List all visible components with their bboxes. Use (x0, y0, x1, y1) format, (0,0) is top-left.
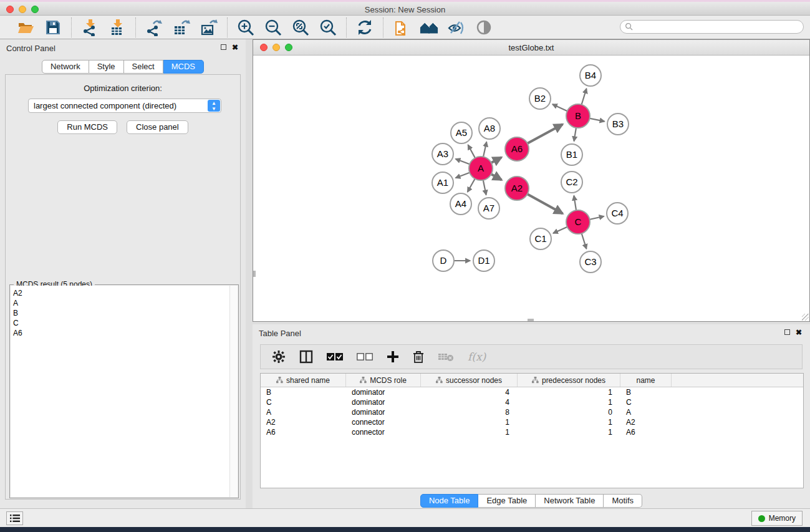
new-network-from-selection-button[interactable] (392, 18, 411, 37)
tab-mcds[interactable]: MCDS (163, 60, 204, 74)
mcds-list-scrollbar[interactable] (229, 286, 238, 497)
export-network-button[interactable] (145, 18, 163, 37)
column-selector-icon (299, 350, 313, 364)
zoom-in-icon (237, 19, 254, 36)
show-all-icon (475, 19, 493, 36)
network-window-title: testGlobe.txt (253, 43, 809, 52)
delete-table-icon (438, 352, 454, 362)
zoom-in-button[interactable] (236, 18, 255, 37)
node-label-B: B (575, 110, 581, 121)
status-bar: Memory (0, 508, 810, 527)
select-all-button[interactable] (327, 349, 343, 365)
tab-edge-table[interactable]: Edge Table (478, 494, 536, 508)
network-canvas[interactable]: B4B2BB3A8A5A6A3B1AA1C2A2A4A7C4CC1C3DD1 (253, 56, 809, 321)
export-network-icon (145, 19, 163, 36)
table-cell: 1 (518, 427, 620, 437)
memory-button[interactable]: Memory (751, 511, 803, 526)
table-cell: 4 (421, 387, 518, 397)
delete-table-button[interactable] (438, 349, 454, 365)
column-header-successor-nodes[interactable]: successor nodes (421, 374, 518, 387)
node-table-body: Bdominator41BCdominator41CAdominator80AA… (261, 387, 803, 437)
table-row[interactable]: Bdominator41B (261, 387, 803, 397)
table-row[interactable]: Cdominator41C (261, 397, 803, 407)
canvas-left-handle[interactable] (253, 271, 256, 277)
column-label: MCDS role (370, 376, 407, 385)
table-panel-float-button[interactable] (784, 329, 790, 335)
show-all-button[interactable] (475, 18, 493, 37)
apply-layout-button[interactable] (355, 18, 374, 37)
import-network-button[interactable] (80, 18, 99, 37)
save-session-button[interactable] (44, 18, 62, 37)
save-session-icon (45, 19, 61, 36)
mcds-result-item[interactable]: A2 (11, 288, 238, 298)
mcds-result-item[interactable]: C (11, 318, 238, 328)
add-column-icon (387, 351, 399, 363)
network-window-titlebar[interactable]: testGlobe.txt (253, 40, 809, 56)
zoom-selected-button[interactable] (319, 18, 337, 37)
delete-column-icon (413, 351, 424, 364)
add-column-button[interactable] (387, 349, 399, 365)
mcds-result-item[interactable]: B (11, 308, 238, 318)
column-header-name[interactable]: name (620, 374, 672, 387)
column-label: predecessor nodes (542, 376, 605, 385)
table-cell: 1 (421, 427, 518, 437)
tab-network[interactable]: Network (42, 60, 89, 74)
zoom-fit-button[interactable] (291, 18, 310, 37)
mcds-result-list[interactable]: A2ABCA6 (11, 286, 238, 497)
tab-node-table[interactable]: Node Table (420, 494, 479, 508)
table-cell: 1 (421, 417, 518, 427)
node-table[interactable]: shared nameMCDS rolesuccessor nodesprede… (260, 373, 804, 488)
column-header-predecessor-nodes[interactable]: predecessor nodes (518, 374, 620, 387)
node-label-A8: A8 (484, 123, 495, 133)
node-label-C: C (575, 216, 582, 227)
tab-select[interactable]: Select (124, 60, 163, 74)
run-mcds-button[interactable]: Run MCDS (57, 120, 117, 134)
node-label-C3: C3 (584, 256, 596, 267)
export-table-button[interactable] (172, 18, 191, 37)
table-cell: connector (346, 417, 421, 427)
tab-motifs[interactable]: Motifs (604, 494, 642, 508)
table-panel-close-button[interactable]: ✖ (796, 328, 802, 337)
node-table-header: shared nameMCDS rolesuccessor nodesprede… (261, 374, 803, 387)
column-header-MCDS-role[interactable]: MCDS role (346, 374, 421, 387)
delete-column-button[interactable] (413, 349, 424, 365)
search-input[interactable] (620, 20, 804, 34)
select-all-icon (327, 352, 343, 361)
export-image-button[interactable] (200, 18, 218, 37)
zoom-out-button[interactable] (264, 18, 282, 37)
close-panel-button[interactable]: Close panel (127, 120, 188, 134)
window-resize-grip[interactable] (802, 314, 809, 321)
function-builder-button[interactable]: f(x) (468, 349, 486, 365)
network-graph[interactable]: B4B2BB3A8A5A6A3B1AA1C2A2A4A7C4CC1C3DD1 (253, 56, 809, 321)
new-network-from-selection-icon (393, 19, 410, 36)
optimization-criterion-select[interactable]: largest connected component (directed) ▲… (28, 99, 221, 113)
control-panel-float-button[interactable] (221, 44, 226, 50)
hide-selected-button[interactable] (447, 18, 466, 37)
deselect-all-button[interactable] (357, 349, 373, 365)
node-label-A7: A7 (483, 203, 494, 213)
shared-column-icon (436, 377, 443, 384)
canvas-bottom-handle[interactable] (528, 319, 534, 321)
import-table-button[interactable] (108, 18, 127, 37)
open-session-button[interactable] (16, 18, 35, 37)
table-row[interactable]: Adominator80A (261, 407, 803, 417)
column-header-shared-name[interactable]: shared name (261, 374, 346, 387)
network-view-window: testGlobe.txt B4B2BB3A8A5A6A3B1AA1C2A2A4… (253, 39, 810, 322)
show-columns-button[interactable] (299, 349, 313, 365)
first-neighbors-icon (420, 19, 438, 36)
table-row[interactable]: A6connector11A6 (261, 427, 803, 437)
import-table-icon (108, 19, 126, 36)
table-settings-button[interactable] (272, 349, 286, 365)
table-cell: A6 (620, 427, 672, 437)
mcds-result-item[interactable]: A6 (11, 328, 238, 338)
task-history-button[interactable] (6, 511, 23, 525)
tab-network-table[interactable]: Network Table (536, 494, 604, 508)
control-panel: Control Panel ✖ NetworkStyleSelectMCDS O… (0, 39, 246, 508)
control-panel-close-button[interactable]: ✖ (232, 43, 238, 52)
first-neighbors-button[interactable] (420, 18, 438, 37)
tab-style[interactable]: Style (89, 60, 124, 74)
table-row[interactable]: A2connector11A2 (261, 417, 803, 427)
mcds-result-box: MCDS result (5 nodes) A2ABCA6 (9, 284, 239, 498)
mcds-result-item[interactable]: A (11, 298, 238, 308)
node-label-A2: A2 (511, 183, 523, 193)
